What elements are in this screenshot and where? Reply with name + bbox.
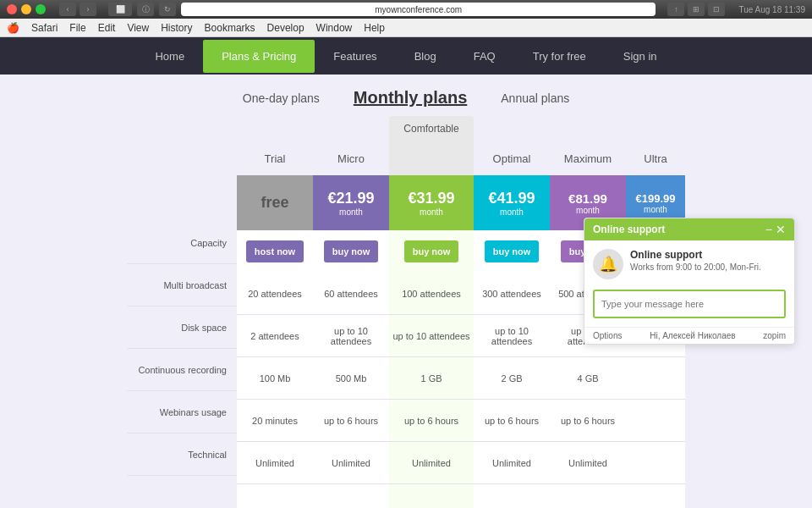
plan-micro-price: €21.99 month [313, 175, 389, 230]
plan-ultra-header-spacer [626, 116, 685, 141]
toolbar-actions: ↑ ⊞ ⊡ [667, 3, 725, 16]
nav-arrows[interactable]: ‹ › [59, 3, 96, 16]
support-window-controls[interactable]: − ✕ [765, 224, 786, 235]
titlebar: ‹ › ⬜ ⓘ ↻ myownconference.com ↑ ⊞ ⊡ Tue … [0, 0, 812, 19]
zopim-badge: zopim [763, 331, 786, 340]
feature-label-technical: Technical [127, 433, 237, 476]
tab-one-day[interactable]: One-day plans [243, 91, 320, 105]
plan-optimal-button[interactable]: buy now [485, 240, 540, 262]
plan-trial-button[interactable]: host now [246, 240, 304, 262]
plan-optimal-header-spacer [474, 116, 550, 141]
plan-trial-name: Trial [237, 141, 313, 175]
nav-features[interactable]: Features [315, 40, 395, 73]
bookmark-button[interactable]: ⊞ [688, 3, 705, 16]
plan-micro-btn-box: buy now [313, 230, 389, 273]
url-text: myownconference.com [375, 5, 462, 14]
plan-maximum-header-spacer [550, 116, 626, 141]
feature-label-webinars: Webinars usage [127, 391, 237, 433]
plan-ultra-technical [626, 484, 685, 508]
plan-micro-period: month [339, 207, 363, 217]
nav-faq[interactable]: FAQ [455, 40, 514, 73]
support-info: Online support Works from 9:00 to 20:00,… [630, 249, 786, 272]
feature-labels-col: Capacity Multi broadcast Disk space Cont… [127, 222, 237, 508]
support-body: 🔔 Online support Works from 9:00 to 20:0… [584, 240, 794, 327]
plan-trial-price: free [237, 175, 313, 230]
tab-button[interactable]: ⬜ [108, 3, 132, 16]
plan-micro-technical [313, 484, 389, 508]
menu-develop[interactable]: Develop [267, 22, 304, 34]
menu-bookmarks[interactable]: Bookmarks [205, 22, 255, 34]
plan-comfortable-button[interactable]: buy now [404, 240, 459, 262]
plan-maximum-amount: €81.99 [568, 191, 607, 206]
feature-label-multibroadcast: Multi broadcast [127, 264, 237, 306]
plan-tabs: One-day plans Monthly plans Annual plans [0, 75, 812, 116]
plan-micro-recording: up to 6 hours [313, 400, 389, 442]
plan-ultra-recording [626, 400, 685, 442]
plan-maximum-diskspace: 4 GB [550, 357, 626, 400]
plan-trial: Trial free host now 20 attendees 2 atten… [237, 116, 313, 508]
info-button[interactable]: ⓘ [137, 3, 154, 16]
support-minimize[interactable]: − [765, 224, 772, 235]
nav-plans-pricing[interactable]: Plans & Pricing [203, 40, 315, 73]
menu-safari[interactable]: Safari [31, 22, 58, 34]
plan-micro-diskspace: 500 Mb [313, 357, 389, 400]
plan-optimal-multibroadcast: up to 10 attendees [474, 315, 550, 357]
plan-micro: Micro €21.99 month buy now 60 attendees … [313, 116, 389, 508]
maximize-button[interactable] [36, 4, 46, 14]
plan-micro-capacity: 60 attendees [313, 273, 389, 315]
menu-edit[interactable]: Edit [98, 22, 116, 34]
support-message-input[interactable] [593, 290, 786, 318]
tab-annual[interactable]: Annual plans [501, 91, 569, 105]
feature-label-diskspace: Disk space [127, 306, 237, 349]
nav-try-free[interactable]: Try for free [514, 40, 605, 73]
minimize-button[interactable] [21, 4, 31, 14]
reload-button[interactable]: ↻ [159, 3, 176, 16]
menu-file[interactable]: File [69, 22, 85, 34]
support-greeting: Hi, Алексей Николаев [650, 331, 735, 340]
window-controls[interactable] [7, 4, 46, 14]
plan-maximum-name: Maximum [550, 141, 626, 175]
plan-optimal-technical [474, 484, 550, 508]
tab-monthly[interactable]: Monthly plans [354, 88, 467, 108]
nav-sign-in[interactable]: Sign in [605, 40, 676, 73]
plan-ultra-name: Ultra [626, 141, 685, 175]
share-button[interactable]: ↑ [667, 3, 684, 16]
support-agent-name: Online support [630, 249, 786, 261]
plan-optimal-diskspace: 2 GB [474, 357, 550, 400]
zoom-button[interactable]: ⊡ [708, 3, 725, 16]
url-bar[interactable]: myownconference.com [181, 3, 656, 16]
plan-comfortable-diskspace: 1 GB [389, 357, 474, 400]
support-widget: Online support − ✕ 🔔 Online support Work… [584, 218, 795, 345]
plan-comfortable-price: €31.99 month [389, 175, 474, 230]
close-button[interactable] [7, 4, 17, 14]
time-display: Tue Aug 18 11:39 [738, 5, 805, 14]
plan-comfortable-header: Comfortable [389, 116, 474, 141]
plan-micro-button[interactable]: buy now [324, 240, 379, 262]
support-hours: Works from 9:00 to 20:00, Mon-Fri. [630, 262, 786, 272]
plan-optimal-webinars: Unlimited [474, 442, 550, 484]
support-title: Online support [593, 224, 665, 235]
plan-optimal-capacity: 300 attendees [474, 273, 550, 315]
plan-maximum-technical [550, 484, 626, 508]
support-footer: Options Hi, Алексей Николаев zopim [584, 327, 794, 344]
plan-trial-multibroadcast: 2 attendees [237, 315, 313, 357]
back-button[interactable]: ‹ [59, 3, 76, 16]
menu-help[interactable]: Help [364, 22, 385, 34]
menu-apple[interactable]: 🍎 [7, 22, 19, 34]
menu-window[interactable]: Window [316, 22, 353, 34]
plan-trial-diskspace: 100 Mb [237, 357, 313, 400]
forward-button[interactable]: › [80, 3, 96, 16]
nav-blog[interactable]: Blog [396, 40, 455, 73]
nav-home[interactable]: Home [136, 40, 203, 73]
plan-trial-recording: 20 minutes [237, 400, 313, 442]
support-options[interactable]: Options [593, 331, 622, 340]
menu-history[interactable]: History [161, 22, 192, 34]
plan-maximum-recording: up to 6 hours [550, 400, 626, 442]
menu-view[interactable]: View [127, 22, 149, 34]
support-close[interactable]: ✕ [776, 224, 786, 235]
support-header: Online support − ✕ [584, 218, 794, 240]
plan-comfortable-recording: up to 6 hours [389, 400, 474, 442]
plan-micro-amount: €21.99 [327, 190, 374, 207]
plan-comfortable-webinars: Unlimited [389, 442, 474, 484]
navbar: Home Plans & Pricing Features Blog FAQ T… [0, 37, 812, 75]
